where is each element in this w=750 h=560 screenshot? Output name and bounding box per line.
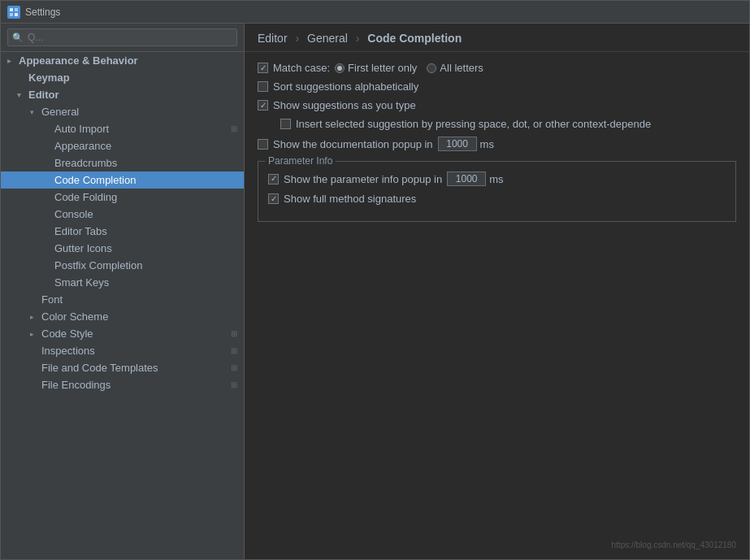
copy-icon-auto-import: ⊞ <box>231 124 237 133</box>
insert-suggestion-row: Insert selected suggestion by pressing s… <box>258 118 736 130</box>
radio-first-letter-btn[interactable] <box>335 63 345 73</box>
breadcrumb-sep-1: › <box>356 32 360 45</box>
match-case-checkbox[interactable] <box>258 63 268 73</box>
show-doc-popup-unit: ms <box>480 138 494 150</box>
show-param-popup-label: Show the parameter info popup in <box>284 173 442 185</box>
sidebar-item-file-code-templates[interactable]: File and Code Templates⊞ <box>1 359 244 376</box>
insert-suggestion-label: Insert selected suggestion by pressing s… <box>296 118 651 130</box>
radio-all-letters-label: All letters <box>440 62 483 74</box>
svg-rect-2 <box>10 13 13 16</box>
sidebar-item-editor-tabs[interactable]: Editor Tabs <box>1 223 244 240</box>
radio-first-letter-label: First letter only <box>348 62 417 74</box>
breadcrumb-sep-0: › <box>295 32 299 45</box>
sidebar-item-postfix-completion[interactable]: Postfix Completion <box>1 257 244 274</box>
radio-first-letter[interactable]: First letter only <box>335 62 417 74</box>
sidebar-item-label-appearance-behavior: Appearance & Behavior <box>19 54 138 67</box>
sidebar-item-gutter-icons[interactable]: Gutter Icons <box>1 240 244 257</box>
sidebar-item-label-code-completion: Code Completion <box>54 174 136 186</box>
sidebar-item-auto-import[interactable]: Auto Import⊞ <box>1 120 244 137</box>
copy-icon-file-encodings: ⊞ <box>231 380 237 389</box>
watermark: https://blog.csdn.net/qq_43012180 <box>245 537 743 553</box>
sidebar-item-code-completion[interactable]: Code Completion <box>1 171 244 189</box>
sidebar-item-label-font: Font <box>41 293 63 306</box>
show-doc-popup-label: Show the documentation popup in <box>273 138 433 150</box>
sidebar-item-label-inspections: Inspections <box>41 345 95 357</box>
sidebar-item-inspections[interactable]: Inspections⊞ <box>1 342 244 359</box>
search-wrapper: 🔍 <box>7 28 237 46</box>
main-panel: Editor › General › Code Completion Match… <box>245 24 749 559</box>
sidebar-item-font[interactable]: Font <box>1 291 244 308</box>
copy-icon-file-code-templates: ⊞ <box>231 363 237 372</box>
sidebar-item-label-breadcrumbs: Breadcrumbs <box>54 157 117 169</box>
arrow-code-style <box>30 330 40 338</box>
show-doc-popup-value[interactable] <box>438 137 477 151</box>
sidebar-item-label-postfix-completion: Postfix Completion <box>54 259 142 271</box>
search-input[interactable] <box>7 28 237 46</box>
settings-content: Match case: First letter only All letter… <box>245 52 749 544</box>
radio-group-letters: First letter only All letters <box>335 62 483 74</box>
show-suggestions-checkbox[interactable] <box>258 100 268 111</box>
sidebar-item-code-style[interactable]: Code Style⊞ <box>1 325 244 342</box>
sidebar-item-smart-keys[interactable]: Smart Keys <box>1 274 244 291</box>
sort-suggestions-row: Sort suggestions alphabetically <box>258 80 736 93</box>
sidebar-item-label-color-scheme: Color Scheme <box>41 310 108 323</box>
sort-suggestions-checkbox[interactable] <box>258 81 268 92</box>
sidebar-item-breadcrumbs[interactable]: Breadcrumbs <box>1 154 244 171</box>
breadcrumb-part-0: Editor <box>258 32 288 45</box>
show-param-popup-row: Show the parameter info popup in ms <box>268 171 726 186</box>
breadcrumb-part-1: General <box>307 32 348 45</box>
sidebar: 🔍 Appearance & BehaviorKeymapEditorGener… <box>1 24 245 559</box>
sidebar-item-appearance-behavior[interactable]: Appearance & Behavior <box>1 52 244 69</box>
tree-area: Appearance & BehaviorKeymapEditorGeneral… <box>1 52 244 559</box>
sidebar-item-label-editor: Editor <box>28 89 59 101</box>
show-full-signatures-label: Show full method signatures <box>284 193 416 205</box>
main-content: 🔍 Appearance & BehaviorKeymapEditorGener… <box>1 24 749 559</box>
sidebar-item-code-folding[interactable]: Code Folding <box>1 189 244 206</box>
window-title: Settings <box>25 7 60 18</box>
sidebar-item-label-file-encodings: File Encodings <box>41 379 111 391</box>
svg-rect-1 <box>15 8 18 11</box>
arrow-editor <box>17 91 27 99</box>
parameter-info-title: Parameter Info <box>265 155 336 167</box>
sidebar-item-console[interactable]: Console <box>1 206 244 223</box>
sidebar-item-label-console: Console <box>54 208 93 220</box>
arrow-appearance-behavior <box>7 57 17 65</box>
show-full-signatures-checkbox[interactable] <box>268 193 279 204</box>
sidebar-item-keymap[interactable]: Keymap <box>1 69 244 86</box>
sidebar-item-appearance[interactable]: Appearance <box>1 137 244 154</box>
copy-icon-inspections: ⊞ <box>231 346 237 355</box>
sidebar-item-file-encodings[interactable]: File Encodings⊞ <box>1 376 244 393</box>
app-icon <box>7 6 20 19</box>
sidebar-item-label-gutter-icons: Gutter Icons <box>54 242 112 254</box>
show-param-popup-checkbox[interactable] <box>268 174 279 184</box>
titlebar: Settings <box>1 1 749 24</box>
sidebar-item-color-scheme[interactable]: Color Scheme <box>1 308 244 325</box>
radio-all-letters[interactable]: All letters <box>427 62 483 74</box>
sidebar-item-general[interactable]: General <box>1 103 244 120</box>
sidebar-item-label-code-style: Code Style <box>41 328 93 340</box>
search-icon: 🔍 <box>12 33 24 43</box>
settings-window: Settings 🔍 Appearance & BehaviorKeymapEd… <box>0 0 750 560</box>
show-suggestions-label: Show suggestions as you type <box>273 99 416 111</box>
sidebar-item-editor[interactable]: Editor <box>1 86 244 103</box>
sidebar-item-label-code-folding: Code Folding <box>54 191 117 203</box>
breadcrumb: Editor › General › Code Completion <box>245 24 749 52</box>
radio-all-letters-btn[interactable] <box>427 63 436 73</box>
sidebar-item-label-appearance: Appearance <box>54 140 111 152</box>
show-suggestions-row: Show suggestions as you type <box>258 99 736 111</box>
show-full-signatures-row: Show full method signatures <box>268 193 726 205</box>
insert-suggestion-checkbox[interactable] <box>280 119 291 129</box>
arrow-color-scheme <box>30 313 40 321</box>
breadcrumb-part-2: Code Completion <box>367 32 462 45</box>
sidebar-item-label-general: General <box>41 106 79 118</box>
show-param-popup-value[interactable] <box>447 171 486 186</box>
arrow-general <box>30 108 40 116</box>
svg-rect-0 <box>10 8 13 11</box>
show-doc-popup-checkbox[interactable] <box>258 139 268 150</box>
match-case-label: Match case: <box>273 62 330 74</box>
show-doc-popup-row: Show the documentation popup in ms <box>258 137 736 151</box>
sidebar-item-label-file-code-templates: File and Code Templates <box>41 362 158 374</box>
sidebar-item-label-smart-keys: Smart Keys <box>54 276 109 289</box>
svg-rect-3 <box>15 13 18 16</box>
match-case-row: Match case: First letter only All letter… <box>258 62 736 74</box>
